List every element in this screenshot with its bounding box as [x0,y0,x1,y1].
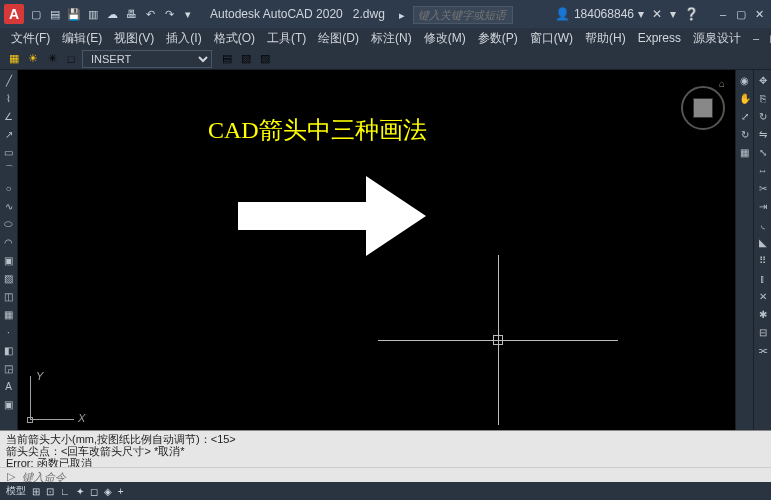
point-tool[interactable]: · [1,324,17,340]
command-history[interactable]: 当前箭头大小(mm,按图纸比例自动调节)：<15> 箭头尖点：<回车改箭头尺寸>… [0,431,771,467]
scale-tool[interactable]: ⤡ [755,144,771,160]
circle-tool[interactable]: ○ [1,180,17,196]
region-tool[interactable]: ◫ [1,288,17,304]
viewcube-home-icon[interactable]: ⌂ [719,78,725,89]
line-tool[interactable]: ╱ [1,72,17,88]
viewcube[interactable]: ⌂ [681,78,725,138]
status-grid-icon[interactable]: ⊞ [32,486,40,497]
command-input[interactable] [22,471,767,483]
app-logo[interactable]: A [4,4,24,24]
rect-tool[interactable]: ▭ [1,144,17,160]
boundary-tool[interactable]: ◲ [1,360,17,376]
menubar: 文件(F) 编辑(E) 视图(V) 插入(I) 格式(O) 工具(T) 绘图(D… [0,28,771,48]
search-input[interactable] [413,6,513,24]
ray-tool[interactable]: ↗ [1,126,17,142]
menu-parametric[interactable]: 参数(P) [473,28,523,49]
drawing-canvas[interactable]: CAD箭头中三种画法 Y X ⌂ [18,70,735,430]
spline-tool[interactable]: ∿ [1,198,17,214]
maximize-button[interactable]: ▢ [733,6,749,22]
user-account[interactable]: 👤 184068846 ▾ [555,7,644,21]
gradient-tool[interactable]: ◧ [1,342,17,358]
close-button[interactable]: ✕ [751,6,767,22]
open-icon[interactable]: ▤ [47,6,63,22]
join-tool[interactable]: ⫘ [755,342,771,358]
extend-tool[interactable]: ⇥ [755,198,771,214]
stretch-tool[interactable]: ↔ [755,162,771,178]
menu-view[interactable]: 视图(V) [109,28,159,49]
table-tool[interactable]: ▦ [1,306,17,322]
ucs-x-label: X [78,412,85,424]
saveas-icon[interactable]: ▥ [85,6,101,22]
layer-props-icon[interactable]: ▦ [6,51,22,67]
menu-help[interactable]: 帮助(H) [580,28,631,49]
mirror-tool[interactable]: ⇋ [755,126,771,142]
fillet-tool[interactable]: ◟ [755,216,771,232]
redo-icon[interactable]: ↷ [161,6,177,22]
menu-draw[interactable]: 绘图(D) [313,28,364,49]
explode-tool[interactable]: ✱ [755,306,771,322]
status-ortho-icon[interactable]: ∟ [60,486,70,497]
menu-dimension[interactable]: 标注(N) [366,28,417,49]
menu-express[interactable]: Express [633,29,686,47]
menu-edit[interactable]: 编辑(E) [57,28,107,49]
cloud-icon[interactable]: ☁ [104,6,120,22]
menu-insert[interactable]: 插入(I) [161,28,206,49]
layer-state-icon[interactable]: ☀ [25,51,41,67]
app-menu-icon[interactable]: ▾ [670,7,676,21]
minimize-button[interactable]: – [715,6,731,22]
chamfer-tool[interactable]: ◣ [755,234,771,250]
status-osnap-icon[interactable]: ◻ [90,486,98,497]
search-label-icon: ▸ [399,9,405,21]
status-model[interactable]: 模型 [6,484,26,498]
menu-format[interactable]: 格式(O) [209,28,260,49]
doc-maximize-button[interactable]: ▢ [766,30,771,46]
undo-icon[interactable]: ↶ [142,6,158,22]
break-tool[interactable]: ⊟ [755,324,771,340]
arc-tool[interactable]: ⌒ [1,162,17,178]
exchange-icon[interactable]: ✕ [652,7,662,21]
menu-modify[interactable]: 修改(M) [419,28,471,49]
polyline-tool[interactable]: ⌇ [1,90,17,106]
menu-yuanquan[interactable]: 源泉设计 [688,28,746,49]
new-icon[interactable]: ▢ [28,6,44,22]
zoom-extents-icon[interactable]: ⤢ [737,108,753,124]
status-polar-icon[interactable]: ✦ [76,486,84,497]
arrow-shape [238,202,368,230]
save-icon[interactable]: 💾 [66,6,82,22]
rotate-tool[interactable]: ↻ [755,108,771,124]
erase-tool[interactable]: ✕ [755,288,771,304]
nav-wheel-icon[interactable]: ◉ [737,72,753,88]
array-tool[interactable]: ⠿ [755,252,771,268]
add-tool[interactable]: ▣ [1,396,17,412]
layer-more-icon[interactable]: ▨ [257,51,273,67]
layer-dropdown[interactable]: INSERT [82,50,212,68]
layer-lock-icon[interactable]: ✳ [44,51,60,67]
menu-window[interactable]: 窗口(W) [525,28,578,49]
block-tool[interactable]: ▣ [1,252,17,268]
pan-icon[interactable]: ✋ [737,90,753,106]
doc-minimize-button[interactable]: – [748,30,764,46]
layer-match-icon[interactable]: ▤ [219,51,235,67]
ellipse-tool[interactable]: ⬭ [1,216,17,232]
layer-bulb-icon[interactable]: □ [63,51,79,67]
mtext-tool[interactable]: A [1,378,17,394]
window-title: Autodesk AutoCAD 2020 2.dwg [210,7,385,21]
layer-iso-icon[interactable]: ▧ [238,51,254,67]
help-icon[interactable]: ❔ [684,7,699,21]
hatch-tool[interactable]: ▨ [1,270,17,286]
showmotion-icon[interactable]: ▦ [737,144,753,160]
status-snap-icon[interactable]: ⊡ [46,486,54,497]
ellipse-arc-tool[interactable]: ◠ [1,234,17,250]
offset-tool[interactable]: ⫿ [755,270,771,286]
trim-tool[interactable]: ✂ [755,180,771,196]
menu-file[interactable]: 文件(F) [6,28,55,49]
status-3dosnap-icon[interactable]: ◈ [104,486,112,497]
xline-tool[interactable]: ∠ [1,108,17,124]
plot-icon[interactable]: 🖶 [123,6,139,22]
copy-tool[interactable]: ⎘ [755,90,771,106]
qat-dropdown-icon[interactable]: ▾ [180,6,196,22]
move-tool[interactable]: ✥ [755,72,771,88]
orbit-icon[interactable]: ↻ [737,126,753,142]
status-dyn-icon[interactable]: + [118,486,124,497]
menu-tools[interactable]: 工具(T) [262,28,311,49]
